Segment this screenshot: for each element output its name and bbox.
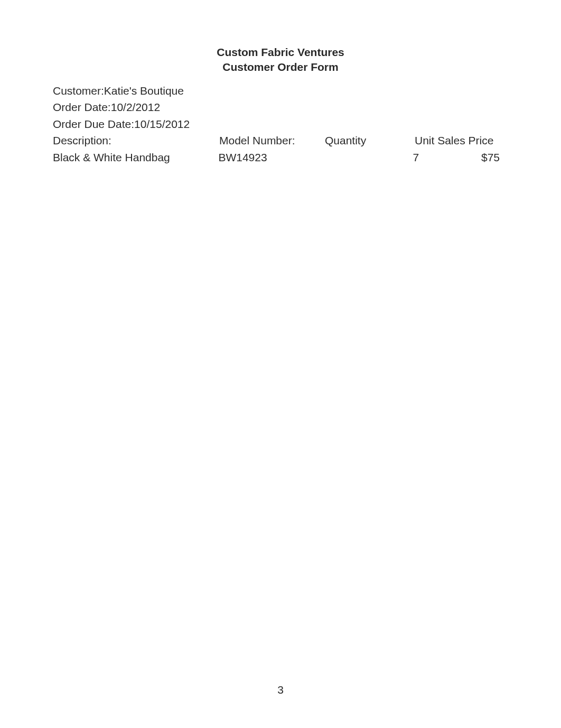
order-due-date-value: 10/15/2012 bbox=[134, 116, 190, 133]
page-number: 3 bbox=[0, 684, 561, 696]
customer-label: Customer: bbox=[53, 82, 104, 99]
order-due-date-label: Order Due Date: bbox=[53, 116, 134, 133]
cell-model: BW14923 bbox=[218, 149, 323, 166]
table-header-row: Description: Model Number: Quantity Unit… bbox=[53, 132, 508, 149]
document-page: Custom Fabric Ventures Customer Order Fo… bbox=[0, 0, 561, 165]
header-description: Description: bbox=[53, 132, 219, 149]
cell-quantity-spacer bbox=[323, 149, 413, 166]
cell-description: Black & White Handbag bbox=[53, 149, 218, 166]
title-block: Custom Fabric Ventures Customer Order Fo… bbox=[53, 45, 508, 75]
order-date-value: 10/2/2012 bbox=[111, 99, 160, 116]
header-model: Model Number: bbox=[219, 132, 325, 149]
order-due-date-row: Order Due Date: 10/15/2012 bbox=[53, 116, 508, 133]
title-line-1: Custom Fabric Ventures bbox=[53, 45, 508, 60]
title-line-2: Customer Order Form bbox=[53, 60, 508, 75]
cell-unit-price: $75 bbox=[481, 149, 508, 166]
order-date-row: Order Date: 10/2/2012 bbox=[53, 99, 508, 116]
order-date-label: Order Date: bbox=[53, 99, 111, 116]
header-unit-price: Unit Sales Price bbox=[415, 132, 508, 149]
cell-quantity: 7 bbox=[413, 149, 481, 166]
customer-value: Katie's Boutique bbox=[104, 82, 184, 99]
header-quantity: Quantity bbox=[325, 132, 415, 149]
table-row: Black & White Handbag BW14923 7 $75 bbox=[53, 149, 508, 166]
customer-row: Customer: Katie's Boutique bbox=[53, 82, 508, 99]
